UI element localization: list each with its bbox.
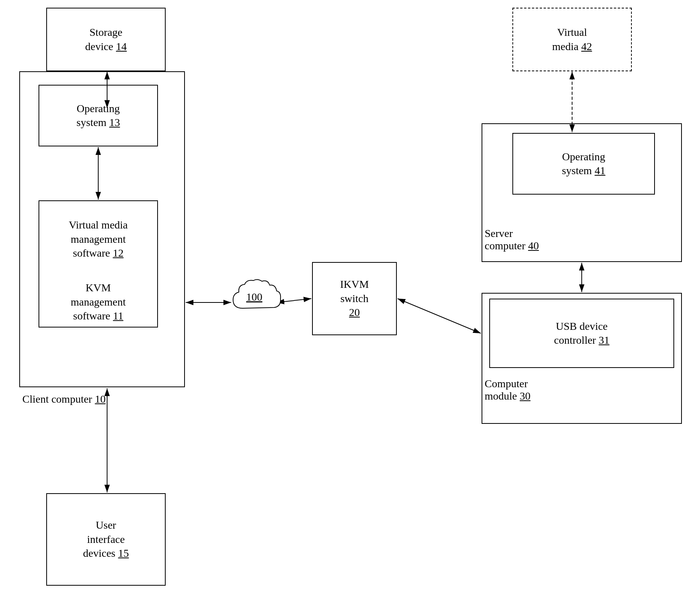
usb-controller-box: USB devicecontroller 31 [489, 299, 674, 368]
svg-line-7 [398, 299, 481, 333]
svg-text:100: 100 [246, 291, 262, 303]
ikvm-switch-box: IKVMswitch20 [312, 262, 397, 335]
kvm-software-box: KVMmanagementsoftware 11 [39, 277, 158, 328]
virtual-media-label: Virtualmedia 42 [552, 25, 592, 54]
svg-line-6 [277, 299, 311, 302]
computer-module-label: Computermodule 30 [485, 378, 530, 402]
diagram: Storagedevice 14 Operatingsystem 13 Virt… [0, 0, 700, 598]
os-41-box: Operatingsystem 41 [512, 133, 655, 195]
ui-devices-label: Userinterfacedevices 15 [83, 518, 129, 560]
ui-devices-box: Userinterfacedevices 15 [46, 493, 166, 586]
os-13-label: Operatingsystem 13 [77, 102, 120, 130]
network-cloud: 100 [233, 279, 280, 308]
virtual-media-box: Virtualmedia 42 [512, 8, 632, 71]
vmm-software-box: Virtual mediamanagementsoftware 12 [39, 200, 158, 277]
storage-device-box: Storagedevice 14 [46, 8, 166, 71]
os-41-label: Operatingsystem 41 [562, 150, 606, 178]
vmm-software-label: Virtual mediamanagementsoftware 12 [69, 218, 128, 260]
os-13-box: Operatingsystem 13 [39, 85, 158, 146]
server-computer-label: Servercomputer 40 [485, 227, 539, 252]
client-computer-label: Client computer 10 [22, 393, 106, 405]
ikvm-switch-label: IKVMswitch20 [340, 277, 369, 319]
usb-controller-label: USB devicecontroller 31 [554, 319, 609, 348]
storage-device-label: Storagedevice 14 [85, 25, 127, 54]
kvm-software-label: KVMmanagementsoftware 11 [71, 281, 126, 323]
